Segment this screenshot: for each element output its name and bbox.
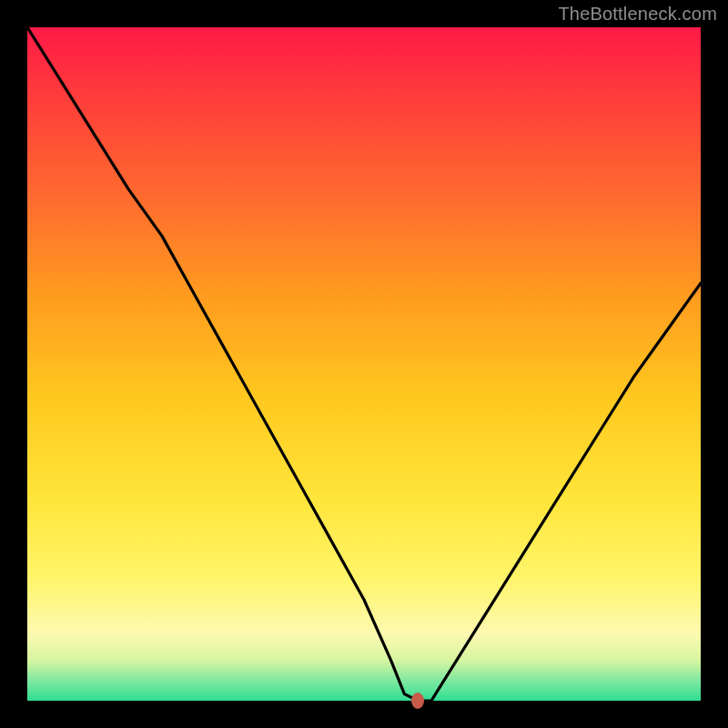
bottleneck-curve xyxy=(27,27,701,701)
watermark-text: TheBottleneck.com xyxy=(558,4,717,25)
plot-area xyxy=(27,27,701,701)
current-point-marker xyxy=(411,693,424,709)
chart-frame: TheBottleneck.com xyxy=(0,0,728,728)
